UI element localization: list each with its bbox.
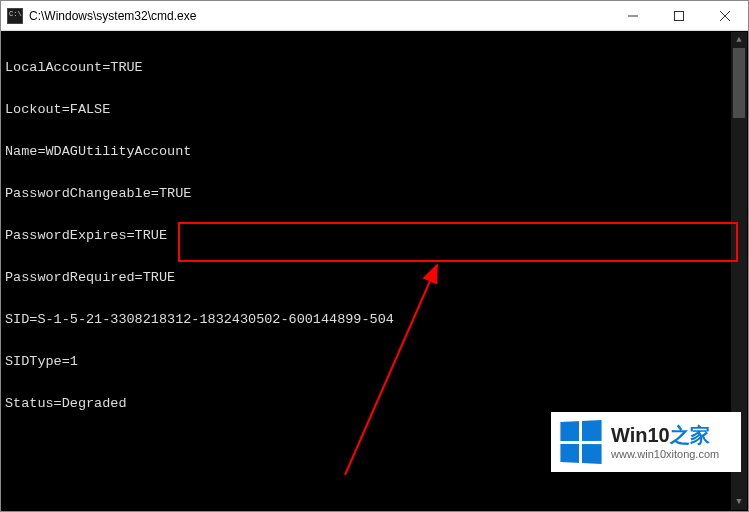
watermark-title: Win10之家: [611, 424, 719, 446]
titlebar[interactable]: C:\Windows\system32\cmd.exe: [1, 1, 748, 31]
output-line: PasswordRequired=TRUE: [5, 271, 744, 285]
blank-line: [5, 481, 744, 495]
window-controls: [610, 1, 748, 30]
windows-logo-icon: [560, 420, 601, 464]
scroll-up-icon[interactable]: ▲: [731, 32, 747, 48]
close-button[interactable]: [702, 1, 748, 30]
minimize-button[interactable]: [610, 1, 656, 30]
output-line: Lockout=FALSE: [5, 103, 744, 117]
watermark: Win10之家 www.win10xitong.com: [551, 412, 741, 472]
watermark-url: www.win10xitong.com: [611, 448, 719, 460]
svg-rect-1: [675, 11, 684, 20]
output-line: PasswordExpires=TRUE: [5, 229, 744, 243]
window-title: C:\Windows\system32\cmd.exe: [29, 9, 610, 23]
scrollbar-thumb[interactable]: [733, 48, 745, 118]
output-line: PasswordChangeable=TRUE: [5, 187, 744, 201]
output-line: SID=S-1-5-21-3308218312-1832430502-60014…: [5, 313, 744, 327]
output-line: Name=WDAGUtilityAccount: [5, 145, 744, 159]
scroll-down-icon[interactable]: ▼: [731, 494, 747, 510]
output-line: Status=Degraded: [5, 397, 744, 411]
watermark-text: Win10之家 www.win10xitong.com: [611, 424, 719, 460]
output-line: SIDType=1: [5, 355, 744, 369]
cmd-icon: [7, 8, 23, 24]
maximize-button[interactable]: [656, 1, 702, 30]
output-line: LocalAccount=TRUE: [5, 61, 744, 75]
